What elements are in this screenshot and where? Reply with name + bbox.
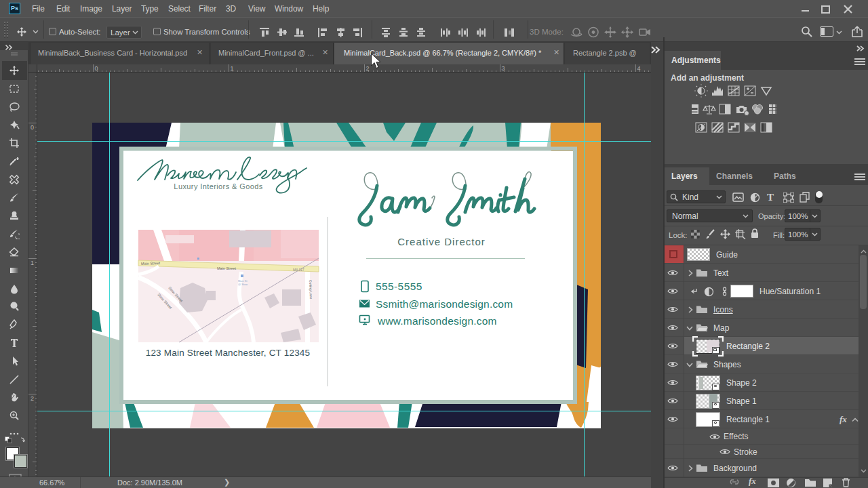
svg-text:@ Stow: @ Stow (238, 283, 248, 286)
svg-text:MA 117: MA 117 (293, 268, 304, 272)
svg-text:123 Main Street Manchester, CT: 123 Main Street Manchester, CT 12345 (146, 348, 311, 358)
svg-text:Luxury Interiors & Goods: Luxury Interiors & Goods (174, 182, 262, 190)
svg-text:555-5555: 555-5555 (376, 281, 422, 292)
svg-text:Main Street: Main Street (141, 261, 161, 266)
svg-text:Creative Director: Creative Director (397, 236, 486, 247)
svg-text:Main Street: Main Street (217, 266, 237, 270)
svg-text:Cutting Lane: Cutting Lane (309, 280, 313, 300)
svg-text:Ssmith@marisondesign.com: Ssmith@marisondesign.com (376, 298, 513, 310)
svg-text:www.marisondesign.com: www.marisondesign.com (377, 315, 497, 327)
